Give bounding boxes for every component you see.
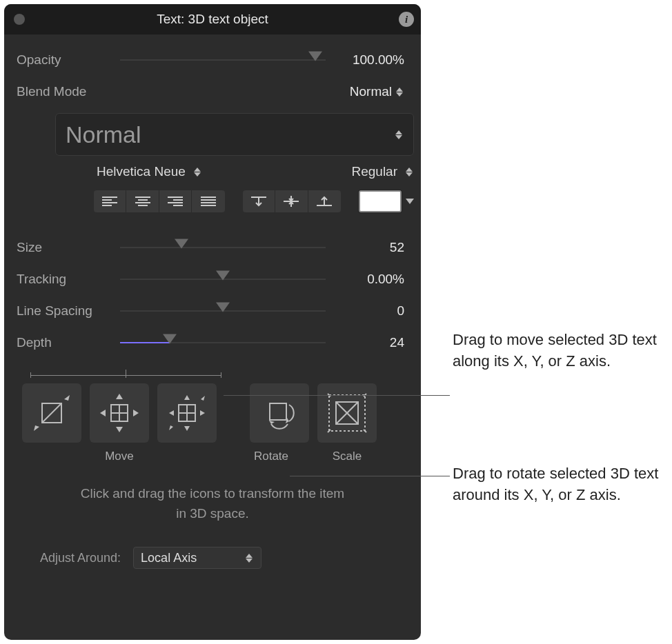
move-xy-handle[interactable]: [90, 383, 149, 443]
titlebar: Text: 3D text object i: [4, 4, 421, 34]
align-justify-button[interactable]: [192, 190, 224, 212]
scale-handle[interactable]: [317, 383, 377, 443]
horizontal-align-segment: [94, 190, 225, 212]
blend-row: Blend Mode Normal: [17, 76, 408, 108]
opacity-slider[interactable]: [120, 52, 326, 68]
valign-top-button[interactable]: [243, 190, 275, 212]
svg-rect-31: [270, 403, 286, 420]
info-icon[interactable]: i: [399, 12, 414, 27]
callout-line-rotate: [290, 476, 450, 476]
blend-value[interactable]: Normal: [350, 84, 392, 99]
font-weight-stepper-icon: [404, 168, 414, 177]
depth-slider[interactable]: [120, 334, 326, 351]
move-xyz-handle[interactable]: [157, 383, 217, 443]
linespacing-slider[interactable]: [120, 303, 326, 319]
tracking-slider[interactable]: [120, 271, 326, 288]
depth-row: Depth 24: [17, 327, 408, 359]
linespacing-row: Line Spacing 0: [17, 295, 408, 327]
move-bracket: [22, 370, 403, 382]
svg-line-24: [42, 403, 61, 423]
text-style-value: Normal: [66, 121, 141, 148]
inspector-panel: Text: 3D text object i Opacity 100.00% B…: [4, 4, 421, 640]
size-label: Size: [17, 240, 120, 255]
style-stepper-icon: [394, 130, 404, 139]
transform-hint: Click and drag the icons to transform th…: [79, 484, 346, 523]
valign-bottom-button[interactable]: [308, 190, 341, 212]
opacity-row: Opacity 100.00%: [17, 44, 408, 76]
rotate-label: Rotate: [241, 450, 301, 463]
align-left-button[interactable]: [94, 190, 126, 212]
size-value[interactable]: 52: [326, 240, 408, 255]
adjust-around-value: Local Axis: [141, 551, 197, 565]
blend-stepper-icon[interactable]: [395, 88, 404, 97]
depth-label: Depth: [17, 335, 120, 350]
blend-label: Blend Mode: [17, 84, 120, 99]
tracking-row: Tracking 0.00%: [17, 263, 408, 295]
adjust-around-select[interactable]: Local Axis: [133, 547, 261, 569]
valign-middle-button[interactable]: [275, 190, 308, 212]
callout-move: Drag to move selected 3D text along its …: [453, 330, 666, 372]
linespacing-label: Line Spacing: [17, 303, 120, 319]
depth-value[interactable]: 24: [326, 335, 408, 350]
move-z-handle[interactable]: [22, 383, 81, 443]
color-disclosure-icon[interactable]: [406, 199, 414, 204]
font-family-stepper-icon: [192, 168, 202, 177]
linespacing-value[interactable]: 0: [326, 303, 408, 319]
align-right-button[interactable]: [159, 190, 192, 212]
transform-block: Move Rotate Scale Click and drag the ico…: [17, 370, 408, 569]
opacity-label: Opacity: [17, 52, 120, 68]
font-weight-select[interactable]: Regular: [351, 164, 414, 179]
font-family-value: Helvetica Neue: [97, 164, 186, 179]
text-color-well[interactable]: [359, 190, 402, 212]
move-label: Move: [22, 450, 217, 463]
tracking-label: Tracking: [17, 272, 120, 287]
scale-label: Scale: [317, 450, 377, 463]
tracking-value[interactable]: 0.00%: [326, 272, 408, 287]
adjust-around-label: Adjust Around:: [40, 551, 121, 565]
text-style-select[interactable]: Normal: [55, 113, 414, 156]
opacity-value[interactable]: 100.00%: [326, 52, 408, 68]
vertical-align-segment: [243, 190, 341, 212]
callout-rotate: Drag to rotate selected 3D text around i…: [453, 463, 666, 506]
size-row: Size 52: [17, 232, 408, 263]
rotate-handle[interactable]: [250, 383, 309, 443]
font-weight-value: Regular: [351, 164, 397, 179]
size-slider[interactable]: [120, 239, 326, 256]
adjust-stepper-icon: [244, 554, 254, 563]
align-center-button[interactable]: [126, 190, 159, 212]
window-title: Text: 3D text object: [4, 12, 421, 27]
window-close-dot[interactable]: [14, 14, 25, 25]
callout-line-move: [224, 395, 450, 396]
font-family-select[interactable]: Helvetica Neue: [97, 164, 202, 179]
